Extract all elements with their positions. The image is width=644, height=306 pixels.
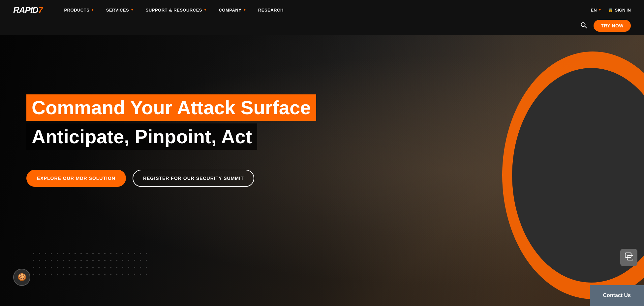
chevron-down-icon: ▼ xyxy=(131,8,134,12)
register-security-summit-button[interactable]: REGISTER FOR OUR SECURITY SUMMIT xyxy=(133,170,255,187)
sign-in-button[interactable]: 🔒 SIGN IN xyxy=(608,8,631,13)
nav-item-services[interactable]: SERVICES ▼ xyxy=(102,5,138,15)
hero-title-highlight-block: Command Your Attack Surface xyxy=(26,94,316,121)
svg-line-1 xyxy=(585,26,587,28)
logo-rapid-text: RAPID xyxy=(13,5,38,15)
chat-bubble-icon xyxy=(625,252,633,263)
logo[interactable]: RAPID7 xyxy=(13,5,43,15)
nav-item-research[interactable]: RESEARCH xyxy=(254,5,288,15)
cookie-consent-button[interactable]: 🍪 xyxy=(13,269,30,286)
hero-title-sub-block: Anticipate, Pinpoint, Act xyxy=(26,123,257,150)
chevron-down-icon: ▼ xyxy=(91,8,94,12)
try-now-button[interactable]: TRY NOW xyxy=(594,20,631,32)
navbar-second-row: TRY NOW xyxy=(0,20,644,35)
navbar: RAPID7 PRODUCTS ▼ SERVICES ▼ SUPPORT & R… xyxy=(0,0,644,20)
nav-right: EN ▼ 🔒 SIGN IN xyxy=(591,8,631,13)
hero-buttons: EXPLORE OUR MDR SOLUTION REGISTER FOR OU… xyxy=(26,170,618,187)
language-selector[interactable]: EN ▼ xyxy=(591,8,601,13)
nav-item-products[interactable]: PRODUCTS ▼ xyxy=(59,5,99,15)
hero-title-line2: Anticipate, Pinpoint, Act xyxy=(32,126,252,147)
chevron-down-icon: ▼ xyxy=(243,8,246,12)
nav-links: PRODUCTS ▼ SERVICES ▼ SUPPORT & RESOURCE… xyxy=(59,5,591,15)
cookie-icon: 🍪 xyxy=(17,273,26,282)
hero-section: Command Your Attack Surface Anticipate, … xyxy=(0,35,644,306)
lock-icon: 🔒 xyxy=(608,8,613,12)
svg-point-0 xyxy=(581,22,585,26)
search-icon xyxy=(580,22,587,28)
contact-us-button[interactable]: Contact Us xyxy=(590,285,644,306)
chat-widget-button[interactable] xyxy=(620,249,637,266)
nav-item-support[interactable]: SUPPORT & RESOURCES ▼ xyxy=(141,5,212,15)
dot-pattern-decoration xyxy=(33,253,132,279)
explore-mdr-button[interactable]: EXPLORE OUR MDR SOLUTION xyxy=(26,170,126,187)
search-button[interactable] xyxy=(580,22,587,30)
nav-item-company[interactable]: COMPANY ▼ xyxy=(214,5,251,15)
hero-title-line1: Command Your Attack Surface xyxy=(32,97,311,118)
hero-content: Command Your Attack Surface Anticipate, … xyxy=(0,35,644,187)
chevron-down-icon: ▼ xyxy=(204,8,207,12)
logo-7-text: 7 xyxy=(38,5,43,15)
chevron-down-icon: ▼ xyxy=(598,8,601,12)
